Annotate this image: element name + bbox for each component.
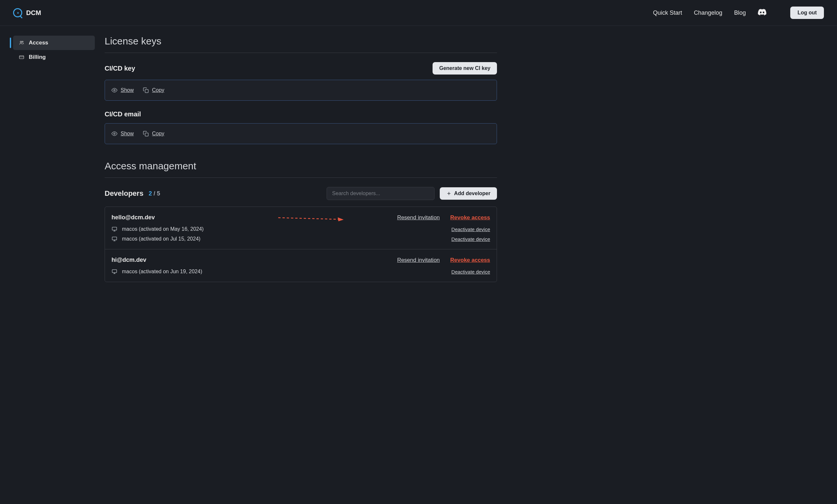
nav-blog[interactable]: Blog xyxy=(734,10,746,16)
device-text: macos (activated on Jun 19, 2024) xyxy=(122,269,202,274)
copy-label: Copy xyxy=(152,87,164,93)
sidebar-label-billing: Billing xyxy=(29,54,46,60)
copy-ci-key[interactable]: Copy xyxy=(143,87,164,93)
developers-count: 2 / 5 xyxy=(149,190,160,197)
device-row: macos (activated on Jun 19, 2024) Deacti… xyxy=(111,269,490,274)
eye-icon xyxy=(111,87,118,93)
svg-rect-2 xyxy=(19,56,23,58)
count-current: 2 xyxy=(149,190,152,197)
resend-invitation-link[interactable]: Resend invitation xyxy=(397,214,440,221)
deactivate-device-link[interactable]: Deactivate device xyxy=(451,236,490,242)
show-ci-email[interactable]: Show xyxy=(111,131,134,137)
divider xyxy=(105,178,497,178)
ci-email-box: Show Copy xyxy=(105,123,497,144)
discord-icon xyxy=(758,9,767,15)
developer-email: hello@dcm.dev xyxy=(111,214,155,221)
access-mgmt-title: Access management xyxy=(105,161,497,172)
developers-list: hello@dcm.dev Resend invitation Revoke a… xyxy=(105,206,497,282)
svg-rect-15 xyxy=(112,237,117,240)
svg-point-4 xyxy=(114,90,115,91)
logo-icon xyxy=(13,8,22,17)
logout-button[interactable]: Log out xyxy=(790,6,824,19)
nav-changelog[interactable]: Changelog xyxy=(694,10,722,16)
add-developer-button[interactable]: Add developer xyxy=(440,187,497,200)
developer-email: hi@dcm.dev xyxy=(111,256,146,264)
deactivate-device-link[interactable]: Deactivate device xyxy=(451,269,490,274)
show-label: Show xyxy=(121,131,134,137)
developers-label: Developers xyxy=(105,189,144,198)
deactivate-device-link[interactable]: Deactivate device xyxy=(451,227,490,232)
device-text: macos (activated on Jul 15, 2024) xyxy=(122,236,200,242)
copy-icon xyxy=(143,87,149,93)
svg-rect-12 xyxy=(112,227,117,230)
resend-invitation-link[interactable]: Resend invitation xyxy=(397,257,440,264)
developer-row: hi@dcm.dev Resend invitation Revoke acce… xyxy=(105,249,497,282)
ci-key-box: Show Copy xyxy=(105,80,497,101)
copy-label: Copy xyxy=(152,131,164,137)
ci-email-label: CI/CD email xyxy=(105,110,141,118)
main-nav: Quick Start Changelog Blog Log out xyxy=(653,6,824,19)
svg-rect-5 xyxy=(145,90,148,93)
divider xyxy=(105,53,497,53)
sidebar: Access Billing xyxy=(13,36,95,282)
ci-email-section: CI/CD email Show Copy xyxy=(105,110,497,144)
plus-icon xyxy=(446,191,451,196)
copy-ci-email[interactable]: Copy xyxy=(143,131,164,137)
svg-point-0 xyxy=(20,41,22,43)
revoke-access-link[interactable]: Revoke access xyxy=(450,214,490,221)
svg-rect-7 xyxy=(145,133,148,136)
device-text: macos (activated on May 16, 2024) xyxy=(122,226,204,232)
computer-icon xyxy=(111,226,118,232)
device-row: macos (activated on May 16, 2024) Deacti… xyxy=(111,226,490,232)
generate-ci-key-button[interactable]: Generate new CI key xyxy=(432,62,497,74)
count-max: 5 xyxy=(157,190,160,197)
nav-quickstart[interactable]: Quick Start xyxy=(653,10,682,16)
developer-row: hello@dcm.dev Resend invitation Revoke a… xyxy=(105,207,497,249)
license-keys-title: License keys xyxy=(105,36,497,47)
revoke-access-link[interactable]: Revoke access xyxy=(450,257,490,264)
count-sep: / xyxy=(152,190,157,197)
sidebar-label-access: Access xyxy=(29,39,48,46)
logo[interactable]: DCM xyxy=(13,8,41,17)
copy-icon xyxy=(143,131,149,137)
show-ci-key[interactable]: Show xyxy=(111,87,134,93)
brand-name: DCM xyxy=(26,9,41,17)
computer-icon xyxy=(111,269,118,274)
device-row: macos (activated on Jul 15, 2024) Deacti… xyxy=(111,236,490,242)
header: DCM Quick Start Changelog Blog Log out xyxy=(0,0,837,26)
access-management-section: Access management Developers 2 / 5 Add d… xyxy=(105,161,497,282)
computer-icon xyxy=(111,236,118,242)
ci-key-label: CI/CD key xyxy=(105,65,135,72)
users-icon xyxy=(18,40,25,46)
svg-point-1 xyxy=(22,41,23,42)
eye-icon xyxy=(111,131,118,137)
ci-key-section: CI/CD key Generate new CI key Show xyxy=(105,62,497,101)
card-icon xyxy=(18,55,25,60)
discord-link[interactable] xyxy=(758,9,767,17)
add-developer-label: Add developer xyxy=(454,191,491,196)
sidebar-item-billing[interactable]: Billing xyxy=(13,50,95,65)
svg-point-6 xyxy=(114,133,115,135)
svg-rect-18 xyxy=(112,270,117,273)
main-content: License keys CI/CD key Generate new CI k… xyxy=(105,36,497,282)
show-label: Show xyxy=(121,87,134,93)
sidebar-item-access[interactable]: Access xyxy=(13,36,95,50)
search-developers-input[interactable] xyxy=(327,187,434,200)
developers-header: Developers 2 / 5 Add developer xyxy=(105,187,497,200)
